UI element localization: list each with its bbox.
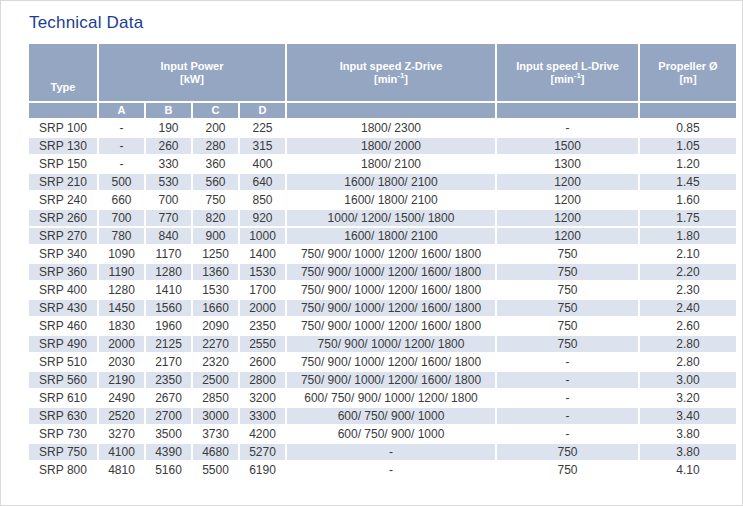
cell-a: - [99,156,144,172]
cell-c: 280 [193,138,238,154]
cell-d: 640 [240,174,285,190]
cell-type: SRP 340 [29,246,97,262]
cell-z-drive: 1600/ 1800/ 2100 [287,174,495,190]
propeller-unit: [m] [640,73,736,86]
cell-type: SRP 630 [29,408,97,424]
cell-a: 700 [99,210,144,226]
cell-z-drive: - [287,444,495,460]
cell-d: 5270 [240,444,285,460]
cell-b: 530 [146,174,191,190]
cell-z-drive: 600/ 750/ 900/ 1000 [287,426,495,442]
cell-b: 2350 [146,372,191,388]
z-drive-label: Input speed Z-Drive [287,60,495,73]
cell-d: 920 [240,210,285,226]
table-row: SRP 27078084090010001600/ 1800/ 21001200… [29,228,736,244]
cell-type: SRP 360 [29,264,97,280]
cell-l-drive: 750 [497,246,638,262]
cell-b: 1170 [146,246,191,262]
cell-propeller: 1.45 [640,174,736,190]
cell-c: 1530 [193,282,238,298]
cell-b: 4390 [146,444,191,460]
cell-a: 1830 [99,318,144,334]
table-row: SRP 2406607007508501600/ 1800/ 210012001… [29,192,736,208]
sub-header-a: A [99,103,144,118]
page-title: Technical Data [29,13,742,33]
cell-z-drive: 600/ 750/ 900/ 1000/ 1200/ 1800 [287,390,495,406]
cell-c: 750 [193,192,238,208]
cell-propeller: 2.20 [640,264,736,280]
cell-d: 850 [240,192,285,208]
cell-type: SRP 260 [29,210,97,226]
col-header-type: Type [29,44,97,101]
cell-type: SRP 610 [29,390,97,406]
cell-z-drive: 750/ 900/ 1000/ 1200/ 1600/ 1800 [287,372,495,388]
cell-l-drive: 750 [497,264,638,280]
table-body: SRP 100-1902002251800/ 2300-0.85SRP 130-… [29,120,736,478]
table-row: SRP 2607007708209201000/ 1200/ 1500/ 180… [29,210,736,226]
col-header-input-power: Input Power [kW] [99,44,285,101]
cell-l-drive: - [497,390,638,406]
cell-c: 560 [193,174,238,190]
cell-c: 1360 [193,264,238,280]
cell-d: 3200 [240,390,285,406]
cell-l-drive: 1500 [497,138,638,154]
cell-d: 3300 [240,408,285,424]
cell-propeller: 4.10 [640,462,736,478]
cell-type: SRP 240 [29,192,97,208]
cell-z-drive: 600/ 750/ 900/ 1000 [287,408,495,424]
sub-header-d: D [240,103,285,118]
cell-z-drive: 750/ 900/ 1000/ 1200/ 1600/ 1800 [287,282,495,298]
sub-header-empty-l-drive [497,103,638,118]
cell-type: SRP 460 [29,318,97,334]
sub-header-b: B [146,103,191,118]
cell-a: - [99,138,144,154]
cell-l-drive: 1200 [497,174,638,190]
z-drive-unit: [min-1] [287,73,495,86]
cell-propeller: 1.05 [640,138,736,154]
cell-c: 2850 [193,390,238,406]
cell-z-drive: 1600/ 1800/ 2100 [287,228,495,244]
cell-c: 900 [193,228,238,244]
cell-c: 2500 [193,372,238,388]
cell-c: 2270 [193,336,238,352]
cell-d: 315 [240,138,285,154]
cell-a: 2000 [99,336,144,352]
cell-c: 5500 [193,462,238,478]
cell-type: SRP 510 [29,354,97,370]
col-header-z-drive: Input speed Z-Drive [min-1] [287,44,495,101]
cell-b: 330 [146,156,191,172]
table-row: SRP 2105005305606401600/ 1800/ 210012001… [29,174,736,190]
header-row-main: Type Input Power [kW] Input speed Z-Driv… [29,44,736,101]
cell-type: SRP 750 [29,444,97,460]
cell-l-drive: 1200 [497,192,638,208]
cell-c: 200 [193,120,238,136]
cell-c: 2090 [193,318,238,334]
cell-l-drive: 750 [497,462,638,478]
cell-b: 1960 [146,318,191,334]
sub-header-empty-propeller [640,103,736,118]
cell-propeller: 2.80 [640,354,736,370]
cell-a: 780 [99,228,144,244]
cell-type: SRP 150 [29,156,97,172]
cell-z-drive: 750/ 900/ 1000/ 1200/ 1600/ 1800 [287,318,495,334]
cell-b: 3500 [146,426,191,442]
col-header-l-drive: Input speed L-Drive [min-1] [497,44,638,101]
cell-propeller: 2.40 [640,300,736,316]
technical-data-table: Type Input Power [kW] Input speed Z-Driv… [27,42,738,480]
cell-d: 2350 [240,318,285,334]
cell-l-drive: 750 [497,336,638,352]
input-power-label: Input Power [99,60,285,73]
l-drive-label: Input speed L-Drive [497,60,638,73]
table-row: SRP 4902000212522702550750/ 900/ 1000/ 1… [29,336,736,352]
cell-d: 2550 [240,336,285,352]
cell-b: 190 [146,120,191,136]
cell-type: SRP 490 [29,336,97,352]
cell-c: 360 [193,156,238,172]
cell-z-drive: 750/ 900/ 1000/ 1200/ 1600/ 1800 [287,354,495,370]
cell-d: 2000 [240,300,285,316]
cell-c: 1250 [193,246,238,262]
cell-propeller: 2.60 [640,318,736,334]
cell-b: 700 [146,192,191,208]
cell-c: 820 [193,210,238,226]
table-row: SRP 6302520270030003300600/ 750/ 900/ 10… [29,408,736,424]
